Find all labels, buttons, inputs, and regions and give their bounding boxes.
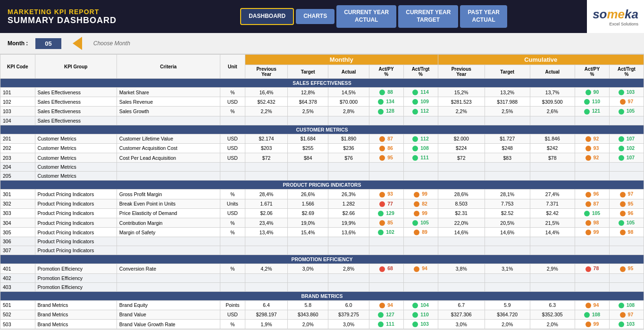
c-act-cell: 6.3 xyxy=(530,300,575,310)
m-prev-cell: 23,4% xyxy=(245,218,287,227)
m-acttgt-cell: 104 xyxy=(403,300,438,310)
kpi-code-cell: 104 xyxy=(0,116,35,125)
m-acttgt-cell xyxy=(403,246,438,255)
m-prev-cell: $72 xyxy=(245,153,287,163)
section-header-row: CUSTOMER METRICS xyxy=(0,125,644,134)
c-act-cell xyxy=(530,237,575,246)
m-act-cell: $2.66 xyxy=(328,208,369,218)
c-act-cell xyxy=(530,116,575,125)
m-tgt-cell: 3,0% xyxy=(288,264,328,273)
nav-charts[interactable]: CHARTS xyxy=(296,9,335,24)
c-tgt-cell: 28,1% xyxy=(485,190,530,199)
unit-cell xyxy=(220,163,245,172)
c-tgt-cell xyxy=(485,273,530,282)
m-actpy-cell: 68 xyxy=(369,264,403,273)
monthly-header: Monthly xyxy=(245,55,438,65)
m-acttgt-cell: 112 xyxy=(403,134,438,143)
table-row: 203 Customer Metrics Cost Per Lead Acqui… xyxy=(0,153,644,163)
m-act-cell: 3,0% xyxy=(328,320,369,329)
m-prev-cell: 1.671 xyxy=(245,199,287,208)
c-tgt-cell xyxy=(485,172,530,181)
c-act-cell: $309.500 xyxy=(530,97,575,107)
table-row: 303 Product Pricing Indicators Price Ela… xyxy=(0,208,644,218)
c-acttgt-cell: 105 xyxy=(609,107,644,116)
c-act-cell: $1.846 xyxy=(530,134,575,143)
c-tgt-cell: 5.9 xyxy=(485,300,530,310)
kpi-code-cell: 303 xyxy=(0,208,35,218)
table-row: 401 Promotion Efficiency Conversion Rate… xyxy=(0,264,644,273)
m-actpy-cell xyxy=(369,172,403,181)
m-tgt-cell: $1.684 xyxy=(288,134,328,143)
m-acttgt-cell: 105 xyxy=(403,218,438,227)
m-act-cell: $379.275 xyxy=(328,310,369,319)
m-actpy-cell: 102 xyxy=(369,228,403,237)
m-act-cell: 2,8% xyxy=(328,264,369,273)
m-actpy-cell xyxy=(369,237,403,246)
table-row: 103 Sales Effectiveness Sales Growth % 2… xyxy=(0,107,644,116)
c-prev-cell: 15,2% xyxy=(438,88,485,97)
nav-cy-actual[interactable]: CURRENT YEAR ACTUAL xyxy=(336,5,396,27)
c-prev-cell: 6.7 xyxy=(438,300,485,310)
table-row: 304 Product Pricing Indicators Contribut… xyxy=(0,218,644,227)
m-acttgt-cell: 112 xyxy=(403,107,438,116)
c-prev-cell: $327.306 xyxy=(438,310,485,319)
criteria-cell: Conversion Rate xyxy=(117,264,220,273)
c-tgt-cell: $83 xyxy=(485,153,530,163)
kpi-group-cell: Product Pricing Indicators xyxy=(35,218,117,227)
m-prev-cell xyxy=(245,237,287,246)
m-tgt-cell: $84 xyxy=(288,153,328,163)
c-tgt-cell: 20,5% xyxy=(485,218,530,227)
c-actpy-cell: 99 xyxy=(575,228,610,237)
m-tgt-cell xyxy=(288,172,328,181)
kpi-code-cell: 402 xyxy=(0,273,35,282)
nav-py-actual[interactable]: PAST YEAR ACTUAL xyxy=(460,5,507,27)
table-row: 502 Brand Metrics Brand Value USD $298.1… xyxy=(0,310,644,319)
m-prev-cell xyxy=(245,282,287,291)
c-act-cell: 2,9% xyxy=(530,264,575,273)
table-row: 204 Customer Metrics xyxy=(0,163,644,172)
criteria-cell xyxy=(117,116,220,125)
section-title: PRODUCT PRICING INDICATORS xyxy=(0,181,644,190)
c-tgt-cell xyxy=(485,246,530,255)
criteria-cell xyxy=(117,246,220,255)
main-table-wrapper: KPI Code KPI Group Criteria Unit Monthly… xyxy=(0,54,644,329)
table-row: 101 Sales Effectiveness Market Share % 1… xyxy=(0,88,644,97)
kpi-group-cell: Customer Metrics xyxy=(35,143,117,153)
table-row: 403 Promotion Efficiency xyxy=(0,282,644,291)
c-tgt-cell: 2,0% xyxy=(485,320,530,329)
c-actpy-cell xyxy=(575,273,610,282)
kpi-group-cell: Sales Effectiveness xyxy=(35,97,117,107)
c-actpy-cell: 99 xyxy=(575,320,610,329)
left-arrow-icon[interactable] xyxy=(73,37,82,50)
m-tgt-cell xyxy=(288,273,328,282)
c-actpy-cell: 90 xyxy=(575,88,610,97)
m-act-cell: $70.000 xyxy=(328,97,369,107)
criteria-cell: Break Even Point in Units xyxy=(117,199,220,208)
c-acttgt-cell: 102 xyxy=(609,143,644,153)
m-prev-cell xyxy=(245,172,287,181)
table-row: 306 Product Pricing Indicators xyxy=(0,237,644,246)
table-row: 205 Customer Metrics xyxy=(0,172,644,181)
kpi-group-cell: Product Pricing Indicators xyxy=(35,228,117,237)
kpi-code-cell: 301 xyxy=(0,190,35,199)
nav-cy-target[interactable]: CURRENT YEAR TARGET xyxy=(398,5,458,27)
section-header-row: SALES EFFECTIVENESS xyxy=(0,79,644,88)
c-prev-year-hdr: PreviousYear xyxy=(438,65,485,79)
nav-dashboard[interactable]: DASHBOARD xyxy=(240,8,294,25)
kpi-code-cell: 502 xyxy=(0,310,35,319)
c-tgt-cell: 3,1% xyxy=(485,264,530,273)
kpi-group-cell: Sales Effectiveness xyxy=(35,116,117,125)
c-acttgt-cell: 96 xyxy=(609,208,644,218)
c-act-cell: $2.42 xyxy=(530,208,575,218)
m-act-cell: $76 xyxy=(328,153,369,163)
m-act-cell: 1.282 xyxy=(328,199,369,208)
c-prev-cell xyxy=(438,163,485,172)
kpi-code-cell: 202 xyxy=(0,143,35,153)
col-unit: Unit xyxy=(220,55,245,79)
header-title-block: MARKETING KPI REPORT SUMMARY DASHBOARD xyxy=(0,4,160,29)
cumulative-header: Cumulative xyxy=(438,55,644,65)
m-act-cell xyxy=(328,282,369,291)
m-act-cell: 14,5% xyxy=(328,88,369,97)
table-row: 307 Product Pricing Indicators xyxy=(0,246,644,255)
c-prev-cell xyxy=(438,116,485,125)
